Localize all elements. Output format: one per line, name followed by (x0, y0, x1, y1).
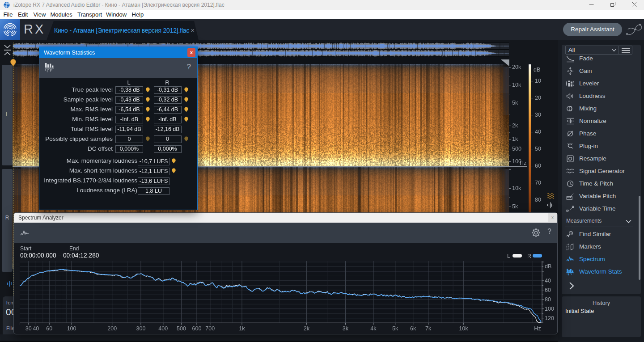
channel-strip-left[interactable]: L (2, 65, 13, 165)
sidebar-item-waveform-stats[interactable]: Waveform Stats (562, 266, 641, 278)
x-tick-label: 4k (370, 325, 376, 332)
menu-edit[interactable]: Edit (18, 10, 28, 19)
loudness-flag-icon[interactable] (184, 97, 189, 103)
spectrogram-view-icon[interactable] (547, 193, 554, 200)
loudness-flag-icon[interactable] (171, 158, 176, 164)
sidebar-item-gain[interactable]: Gain (562, 65, 641, 77)
stats-row-label: DC offset (88, 145, 113, 152)
spectrum-close-button[interactable]: x (548, 213, 557, 222)
stats-value-box: -0,31 dB (154, 86, 182, 94)
loudness-flag-icon[interactable] (145, 97, 150, 103)
menu-help[interactable]: Help (132, 10, 144, 19)
sidebar-item-fade[interactable]: Fade (562, 52, 641, 65)
stats-close-button[interactable]: x (187, 48, 195, 57)
legend-left-swatch[interactable] (513, 254, 522, 258)
db-tick (531, 183, 533, 183)
loudness-flag-icon[interactable] (145, 87, 150, 93)
gear-icon[interactable] (531, 228, 541, 237)
menu-file[interactable]: File (4, 10, 13, 19)
sidebar-item-leveler[interactable]: Leveler (562, 77, 641, 90)
legend-right-swatch[interactable] (533, 254, 542, 258)
legend-left-label: L (507, 253, 510, 259)
channel-strip-right[interactable]: R (2, 169, 13, 272)
sidebar-item-find-similar[interactable]: Find Similar (562, 228, 641, 241)
menu-transport[interactable]: Transport (77, 10, 102, 19)
spectrum-chart[interactable] (20, 261, 545, 326)
document-tab[interactable]: Кино - Атаман [Электрическая версия 2012… (47, 21, 199, 40)
loudness-flag-icon[interactable] (184, 117, 189, 122)
level-meter-icon[interactable] (7, 279, 13, 287)
waveform-view-icon[interactable] (547, 202, 554, 208)
sidebar-item-markers[interactable]: Markers (562, 241, 641, 253)
sidebar-item-variable-pitch[interactable]: Variable Pitch (562, 190, 641, 203)
frequency-tick (509, 67, 511, 68)
db-label: 60 (535, 163, 541, 169)
history-item[interactable]: Initial State (565, 308, 594, 314)
signal-flow-icon[interactable] (625, 22, 643, 38)
maximize-button[interactable] (605, 0, 620, 10)
x-tick-label: 2k (304, 325, 309, 332)
sidebar-item-mixing[interactable]: Mixing (562, 102, 641, 115)
loudness-flag-icon[interactable] (184, 87, 189, 93)
history-panel: History Initial State (562, 296, 641, 337)
loudness-flag-icon[interactable] (184, 107, 189, 113)
menu-window[interactable]: Window (106, 10, 127, 19)
range-value: 00:00:00.000 – 00:04:12.280 (20, 251, 99, 259)
frequency-label: 20k (512, 64, 521, 70)
edge-marker-triangle[interactable] (500, 59, 509, 67)
sidebar-item-time-pitch[interactable]: Time & Pitch (562, 177, 641, 190)
repair-assistant-button[interactable]: Repair Assistant (563, 23, 622, 36)
loudness-flag-icon[interactable] (184, 136, 189, 142)
document-tab-label: Кино - Атаман [Электрическая версия 2012… (54, 21, 189, 40)
close-button[interactable] (627, 0, 642, 10)
sidebar-item-spectrum[interactable]: Spectrum (562, 253, 641, 266)
playhead-pin[interactable] (10, 59, 17, 67)
sidebar-item-resample[interactable]: Resample (562, 152, 641, 165)
y-tick-label: dB (545, 263, 551, 270)
loudness-flag-icon[interactable] (171, 168, 176, 174)
sidebar-item-normalize[interactable]: Normalize (562, 115, 641, 127)
menu-view[interactable]: View (34, 10, 46, 19)
waveform-stats-icon (45, 62, 59, 74)
y-tick-label: 120 (545, 315, 554, 321)
izotope-swirl-icon (0, 19, 20, 40)
collapse-panels-icon[interactable] (4, 44, 11, 56)
minimize-button[interactable] (584, 0, 599, 10)
frequency-tick (509, 169, 511, 170)
stats-value-box: -12,16 dB (154, 126, 182, 133)
help-icon[interactable]: ? (187, 63, 191, 72)
sidebar-item-label: Signal Generator (579, 165, 625, 177)
stats-value-box: -6,54 dB (115, 106, 143, 114)
spectrum-icon (566, 255, 574, 263)
stats-value-box: -Inf. dB (115, 116, 143, 123)
module-list-scrollbar[interactable] (639, 196, 640, 280)
tab-close-icon[interactable]: × (191, 21, 195, 40)
loudness-flag-icon[interactable] (145, 136, 150, 142)
chevron-down-icon[interactable] (626, 220, 631, 224)
sidebar-item-signal-generator[interactable]: Signal Generator (562, 165, 641, 177)
menu-modules[interactable]: Modules (51, 10, 72, 19)
range-end-label: End (69, 245, 79, 252)
chevron-right-icon[interactable] (569, 282, 574, 290)
sidebar-item-plug-in[interactable]: Plug-in (562, 140, 641, 152)
measurements-section[interactable]: Measurements (565, 215, 633, 227)
x-tick-label: 60 (46, 325, 52, 332)
sidebar-item-variable-time[interactable]: Variable Time (562, 203, 641, 215)
stats-dialog-title-bar[interactable]: Waveform Statistics x (39, 47, 197, 58)
help-icon[interactable]: ? (547, 228, 551, 236)
channel-label-left: L (2, 111, 13, 118)
stats-column-header: R (163, 79, 172, 86)
x-axis-unit: Hz (534, 325, 541, 332)
loudness-flag-icon[interactable] (145, 107, 150, 113)
stats-row-label: Total RMS level (71, 126, 113, 132)
stats-row-label: Integrated BS.1770-2/3/4 loudness (44, 177, 137, 184)
spectrum-window-title-bar[interactable]: Spectrum Analyzer x (14, 213, 557, 223)
loudness-flag-icon[interactable] (145, 117, 150, 122)
stats-row-label: True peak level (72, 86, 113, 93)
mixing-icon (566, 105, 574, 113)
sidebar-item-phase[interactable]: Phase (562, 127, 641, 140)
app-icon (4, 2, 10, 8)
frequency-tick (509, 94, 510, 94)
frequency-label: 500 (512, 146, 521, 152)
sidebar-item-loudness[interactable]: Loudness (562, 90, 641, 102)
